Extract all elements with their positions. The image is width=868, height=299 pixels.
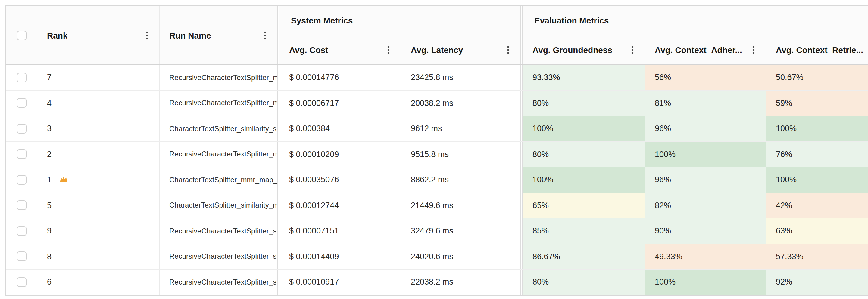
column-header-avg-latency[interactable]: Avg. Latency	[401, 35, 521, 64]
run-name-text: RecursiveCharacterTextSplitter_si	[169, 253, 277, 261]
run-name-cell[interactable]: CharacterTextSplitter_mmr_map_	[160, 167, 277, 192]
system-metrics-label: System Metrics	[291, 15, 353, 25]
run-name-cell[interactable]: RecursiveCharacterTextSplitter_si	[160, 244, 277, 269]
context-adherence-value: 96%	[655, 175, 671, 185]
metric-groups-divider	[521, 65, 523, 90]
run-name-cell[interactable]: RecursiveCharacterTextSplitter_m	[160, 142, 277, 167]
select-all-checkbox[interactable]	[17, 30, 26, 40]
run-name-cell[interactable]: RecursiveCharacterTextSplitter_si	[160, 269, 277, 295]
row-checkbox[interactable]	[17, 124, 26, 134]
row-checkbox[interactable]	[17, 226, 26, 236]
pinned-columns-divider	[277, 219, 279, 243]
column-header-run-name[interactable]: Run Name	[160, 6, 277, 64]
pinned-columns-divider	[277, 91, 279, 115]
avg-latency-value: 23425.8 ms	[411, 73, 453, 82]
table-row[interactable]: 6 RecursiveCharacterTextSplitter_si $ 0.…	[6, 269, 868, 295]
table-body: 7 RecursiveCharacterTextSplitter_m $ 0.0…	[6, 65, 868, 295]
run-name-cell[interactable]: RecursiveCharacterTextSplitter_m	[160, 65, 277, 90]
rank-value: 3	[47, 124, 52, 133]
avg-latency-column-menu-icon[interactable]	[507, 46, 509, 54]
footer-edge	[395, 298, 868, 299]
row-checkbox[interactable]	[17, 277, 26, 287]
context-retrieval-value: 100%	[776, 175, 797, 185]
run-name-text: RecursiveCharacterTextSplitter_m	[169, 99, 277, 107]
row-checkbox[interactable]	[17, 150, 26, 159]
avg-cost-cell: $ 0.00010917	[279, 269, 401, 295]
context-retrieval-cell: 42%	[766, 193, 868, 218]
row-select-cell	[6, 116, 37, 141]
table-row[interactable]: 9 RecursiveCharacterTextSplitter_si $ 0.…	[6, 219, 868, 244]
table-row[interactable]: 7 RecursiveCharacterTextSplitter_m $ 0.0…	[6, 65, 868, 91]
page: Rank Run Name System Metrics Evaluation …	[0, 0, 868, 299]
row-select-cell	[6, 244, 37, 269]
column-header-avg-context-retrieval[interactable]: Avg. Context_Retrie...	[766, 35, 868, 64]
run-name-cell[interactable]: CharacterTextSplitter_similarity_m	[160, 193, 277, 218]
select-all-cell	[6, 6, 37, 64]
column-header-avg-groundedness[interactable]: Avg. Groundedness	[523, 35, 645, 64]
table-row[interactable]: 5 CharacterTextSplitter_similarity_m $ 0…	[6, 193, 868, 219]
groundedness-cell: 86.67%	[523, 244, 645, 269]
avg-latency-value: 21449.6 ms	[411, 201, 453, 210]
run-name-text: RecursiveCharacterTextSplitter_m	[169, 150, 277, 159]
avg-cost-cell: $ 0.00014776	[279, 65, 401, 90]
pinned-columns-divider	[277, 167, 279, 192]
row-select-cell	[6, 269, 37, 295]
rank-value: 9	[47, 227, 52, 236]
metric-groups-divider	[521, 193, 523, 218]
context-adherence-value: 49.33%	[655, 252, 682, 261]
run-name-cell[interactable]: RecursiveCharacterTextSplitter_m	[160, 91, 277, 115]
avg-cost-column-menu-icon[interactable]	[387, 46, 390, 54]
table-row[interactable]: 2 RecursiveCharacterTextSplitter_m $ 0.0…	[6, 142, 868, 167]
context-retrieval-value: 100%	[776, 124, 797, 133]
row-checkbox[interactable]	[17, 73, 26, 82]
groundedness-value: 100%	[532, 175, 553, 185]
metric-groups-divider	[521, 167, 523, 192]
context-retrieval-cell: 59%	[766, 91, 868, 115]
avg-cost-value: $ 0.00012744	[289, 201, 339, 210]
avg-cost-cell: $ 0.000384	[279, 116, 401, 141]
groundedness-value: 80%	[532, 278, 549, 287]
avg-cost-value: $ 0.00010209	[289, 150, 339, 159]
run-name-cell[interactable]: RecursiveCharacterTextSplitter_si	[160, 219, 277, 243]
groundedness-cell: 80%	[523, 91, 645, 115]
avg-latency-cell: 32479.6 ms	[401, 219, 521, 243]
metric-groups-divider	[521, 116, 523, 141]
table-row[interactable]: 8 RecursiveCharacterTextSplitter_si $ 0.…	[6, 244, 868, 269]
avg-cost-value: $ 0.00014409	[289, 252, 339, 261]
rank-column-menu-icon[interactable]	[146, 31, 148, 39]
column-header-avg-context-adherence[interactable]: Avg. Context_Adher...	[645, 35, 766, 64]
table-row[interactable]: 1 CharacterTextSplitter_mmr_map_ $ 0.000…	[6, 167, 868, 193]
avg-latency-cell: 21449.6 ms	[401, 193, 521, 218]
avg-latency-header-label: Avg. Latency	[411, 45, 463, 55]
groundedness-cell: 65%	[523, 193, 645, 218]
avg-groundedness-column-menu-icon[interactable]	[631, 46, 634, 54]
row-checkbox[interactable]	[17, 252, 26, 261]
groundedness-value: 85%	[532, 227, 549, 236]
metric-groups-divider	[521, 142, 523, 167]
rank-cell: 5	[37, 193, 160, 218]
context-retrieval-value: 63%	[776, 227, 792, 236]
table-row[interactable]: 3 CharacterTextSplitter_similarity_s $ 0…	[6, 116, 868, 142]
row-checkbox[interactable]	[17, 98, 26, 108]
table-row[interactable]: 4 RecursiveCharacterTextSplitter_m $ 0.0…	[6, 91, 868, 116]
run-name-column-menu-icon[interactable]	[264, 31, 266, 39]
groundedness-value: 65%	[532, 201, 549, 210]
avg-cost-cell: $ 0.00014409	[279, 244, 401, 269]
run-name-text: CharacterTextSplitter_similarity_m	[169, 201, 277, 210]
crown-icon	[59, 175, 68, 185]
rank-cell: 4	[37, 91, 160, 115]
rank-cell: 6	[37, 269, 160, 295]
row-checkbox[interactable]	[17, 175, 26, 185]
rank-value: 6	[47, 278, 52, 287]
row-checkbox[interactable]	[17, 201, 26, 210]
run-name-cell[interactable]: CharacterTextSplitter_similarity_s	[160, 116, 277, 141]
column-header-avg-cost[interactable]: Avg. Cost	[279, 35, 401, 64]
column-header-rank[interactable]: Rank	[37, 6, 160, 64]
avg-context-adherence-column-menu-icon[interactable]	[752, 46, 755, 54]
avg-latency-cell: 24020.6 ms	[401, 244, 521, 269]
avg-latency-value: 9612 ms	[411, 124, 442, 133]
context-retrieval-cell: 50.67%	[766, 65, 868, 90]
run-name-header-label: Run Name	[169, 30, 211, 40]
row-select-cell	[6, 142, 37, 167]
groundedness-value: 86.67%	[532, 252, 560, 261]
